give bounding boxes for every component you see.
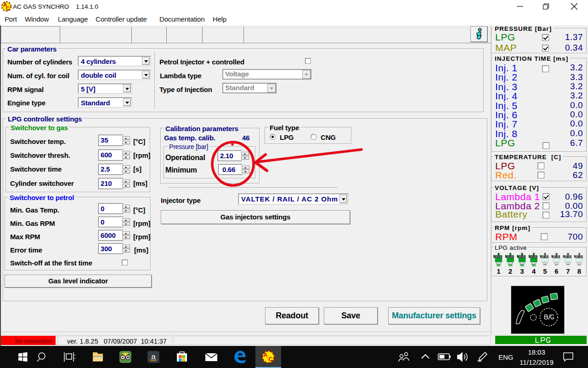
svg-text:A: A	[263, 351, 268, 358]
svg-text:3: 3	[520, 267, 524, 275]
svg-text:8: 8	[577, 267, 581, 275]
svg-text:C: C	[6, 6, 10, 11]
svg-text:C: C	[268, 356, 273, 362]
svg-text:11/12/2019: 11/12/2019	[520, 358, 554, 366]
svg-text:18:03: 18:03	[528, 348, 545, 356]
svg-text:6: 6	[554, 267, 558, 275]
svg-text:5: 5	[543, 267, 547, 275]
svg-text:a: a	[151, 352, 156, 361]
svg-text:4: 4	[532, 267, 536, 275]
svg-text:1: 1	[497, 267, 500, 275]
svg-text:2: 2	[509, 267, 512, 275]
svg-text:7: 7	[566, 267, 570, 275]
svg-text:ENG: ENG	[498, 353, 514, 361]
